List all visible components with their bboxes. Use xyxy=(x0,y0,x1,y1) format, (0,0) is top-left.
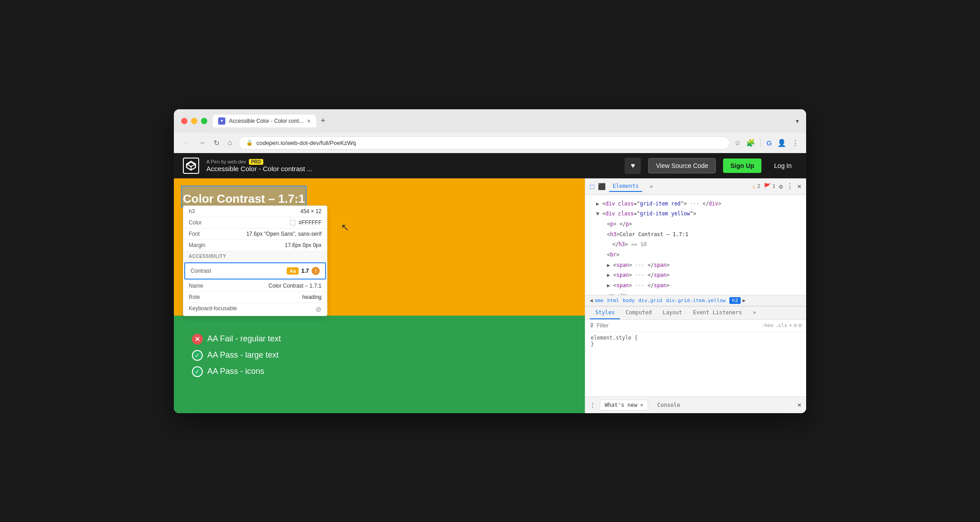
whats-new-tab[interactable]: What's new × xyxy=(600,400,648,410)
address-bar: ← → ↻ ⌂ 🔒 codepen.io/web-dot-dev/full/Po… xyxy=(174,133,806,153)
breadcrumb-current-h3[interactable]: h3 xyxy=(729,297,741,304)
bottom-bar: ⋮ What's new × Console × xyxy=(585,396,806,413)
tab-close-icon[interactable]: × xyxy=(307,118,311,124)
font-label: Font xyxy=(189,231,200,237)
avatar-icon[interactable]: 👤 xyxy=(777,139,786,147)
close-button[interactable] xyxy=(181,118,187,124)
breadcrumb-html[interactable]: html xyxy=(607,298,620,303)
tab-favicon: ✦ xyxy=(218,117,225,125)
styles-tabs: Styles Computed Layout Event Listeners » xyxy=(585,307,806,320)
breadcrumb-bar: ◀ ame html body div.grid div.grid-item.y… xyxy=(585,295,806,306)
back-button[interactable]: ← xyxy=(181,137,192,149)
tree-line-8[interactable]: ▶ <span> ··· </span> xyxy=(585,280,806,291)
computed-view-icon[interactable]: ⊟ xyxy=(798,322,802,328)
aa-label-2: AA Pass - icons xyxy=(207,367,264,376)
inspector-role-row: Role heading xyxy=(183,292,327,303)
url-bar[interactable]: 🔒 codepen.io/web-dot-dev/full/PoeKzWq xyxy=(238,136,730,149)
tree-line-2[interactable]: <p> </p> xyxy=(585,219,806,229)
color-label: Color xyxy=(189,219,202,226)
font-value: 17.6px "Open Sans", sans-serif xyxy=(246,231,322,237)
margin-label: Margin xyxy=(189,242,205,248)
cls-filter[interactable]: .cls xyxy=(775,322,788,328)
view-source-button[interactable]: View Source Code xyxy=(648,158,716,173)
contrast-values: Aa 1.7 ! xyxy=(287,267,320,275)
elements-tab[interactable]: Elements xyxy=(609,181,643,192)
copy-styles-icon[interactable]: ⊡ xyxy=(794,322,797,328)
extensions-icon[interactable]: 🧩 xyxy=(746,139,755,147)
element-style-text: element.style { xyxy=(591,335,638,341)
heart-icon: ♥ xyxy=(631,162,635,170)
devtools-panel: ⬚ ⬛ Elements » ⚠ 2 🚩 1 ⚙ ⋮ × xyxy=(585,178,806,413)
pen-by-line: A Pen by web.dev PRO xyxy=(206,159,617,165)
reload-button[interactable]: ↻ xyxy=(212,137,221,149)
element-style-rule: element.style { xyxy=(591,335,801,341)
color-swatch xyxy=(290,220,295,225)
inspector-tool-icon[interactable]: ⬚ xyxy=(590,182,594,191)
aa-pass-icon-2: ✓ xyxy=(192,366,203,377)
tree-line-9[interactable]: <p></p> xyxy=(585,291,806,295)
login-button[interactable]: Log In xyxy=(769,158,797,173)
accessibility-header: ACCESSIBILITY xyxy=(183,251,327,261)
contrast-value: 1.7 xyxy=(301,268,309,274)
tab-computed[interactable]: Computed xyxy=(620,307,657,319)
maximize-button[interactable] xyxy=(201,118,207,124)
add-rule-icon[interactable]: + xyxy=(789,322,792,328)
panel-close-icon[interactable]: × xyxy=(797,401,802,409)
tree-line-3[interactable]: <h3>Color Contrast – 1.7:1 xyxy=(585,229,806,240)
tree-line-1[interactable]: ▼ <div class="grid-item yellow"> xyxy=(585,209,806,219)
forward-button[interactable]: → xyxy=(196,137,207,149)
inspector-element-row: h3 454 × 12 xyxy=(183,206,327,217)
keyboard-icon: ⊘ xyxy=(316,305,322,313)
devtools-more-icon[interactable]: ⋮ xyxy=(786,182,793,191)
breadcrumb-arrow-right[interactable]: ▶ xyxy=(742,298,746,303)
devtools-close-icon[interactable]: × xyxy=(797,182,802,191)
signup-button[interactable]: Sign Up xyxy=(723,158,761,173)
new-tab-button[interactable]: + xyxy=(318,115,328,126)
tab-dropdown-icon[interactable]: ▾ xyxy=(796,117,799,125)
more-tabs-icon[interactable]: » xyxy=(646,182,656,191)
element-label: h3 xyxy=(189,208,195,214)
aa-pass-icon-1: ✓ xyxy=(192,350,203,361)
tab-event-listeners[interactable]: Event Listeners xyxy=(688,307,747,319)
device-tool-icon[interactable]: ⬛ xyxy=(598,183,606,190)
codepen-header: A Pen by web.dev PRO Accessible Color - … xyxy=(174,153,806,178)
breadcrumb-divgrid[interactable]: div.grid xyxy=(639,298,663,303)
name-value: Color Contrast – 1.7:1 xyxy=(269,283,322,289)
inspector-margin-row: Margin 17.6px 0px 0px xyxy=(183,240,327,251)
inspector-name-row: Name Color Contrast – 1.7:1 xyxy=(183,280,327,292)
google-icon[interactable]: G xyxy=(766,139,772,147)
styles-filter-input[interactable] xyxy=(597,322,759,329)
breadcrumb-divgriditem[interactable]: div.grid-item.yellow xyxy=(666,298,725,303)
codepen-logo[interactable] xyxy=(183,158,199,174)
hov-filter[interactable]: :hov xyxy=(761,322,774,328)
browser-tab[interactable]: ✦ Accessible Color - Color cont... × xyxy=(213,115,316,127)
tree-line-4[interactable]: </h3> == $0 xyxy=(585,239,806,250)
tab-layout[interactable]: Layout xyxy=(657,307,687,319)
grid-item-green: ✕ AA Fail - regular text ✓ AA Pass - lar… xyxy=(174,316,585,413)
console-tab[interactable]: Console xyxy=(653,400,685,410)
element-size: 454 × 12 xyxy=(300,208,322,214)
tree-line-0[interactable]: ▶ <div class="grid-item red"> ··· </div> xyxy=(585,199,806,209)
bookmark-icon[interactable]: ☆ xyxy=(734,139,741,147)
tree-line-6[interactable]: ▶ <span> ··· </span> xyxy=(585,260,806,270)
name-label: Name xyxy=(189,283,203,289)
tree-line-5[interactable]: <br> xyxy=(585,250,806,260)
browser-menu-icon[interactable]: ⋮ xyxy=(792,139,799,147)
color-value: #FFFFFF xyxy=(290,219,322,226)
breadcrumb-body[interactable]: body xyxy=(623,298,635,303)
tree-line-7[interactable]: ▶ <span> ··· </span> xyxy=(585,270,806,280)
breadcrumb-arrow-left[interactable]: ◀ xyxy=(590,298,593,303)
bottom-dots-icon[interactable]: ⋮ xyxy=(590,402,595,408)
contrast-badge: Aa xyxy=(287,267,299,275)
heart-button[interactable]: ♥ xyxy=(625,158,641,174)
tab-styles[interactable]: Styles xyxy=(590,307,620,319)
breadcrumb-ame[interactable]: ame xyxy=(595,298,604,303)
grid-item-yellow: Color Contrast – 1.7:1 h3 454 × 12 Color xyxy=(174,178,585,316)
devtools-settings-icon[interactable]: ⚙ xyxy=(779,183,783,190)
whats-new-close-icon[interactable]: × xyxy=(640,402,643,408)
minimize-button[interactable] xyxy=(191,118,197,124)
url-text: codepen.io/web-dot-dev/full/PoeKzWq xyxy=(257,140,723,146)
filter-options: :hov .cls + ⊡ ⊟ xyxy=(761,322,802,328)
home-button[interactable]: ⌂ xyxy=(226,137,234,149)
tab-more[interactable]: » xyxy=(747,307,761,319)
